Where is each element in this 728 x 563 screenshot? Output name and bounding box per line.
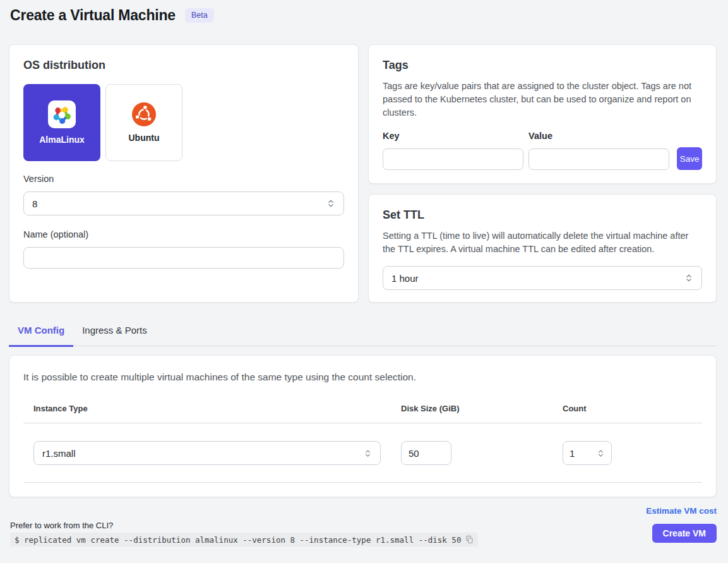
instance-table-row: r1.small 1 — [23, 423, 702, 483]
version-label: Version — [23, 174, 344, 184]
almalinux-icon — [48, 100, 76, 128]
tags-form-row: Key Value Save — [383, 131, 702, 170]
ttl-select-value: 1 hour — [391, 273, 419, 284]
os-option-label: Ubuntu — [129, 133, 160, 143]
create-vm-button[interactable]: Create VM — [652, 524, 717, 543]
tag-value-label: Value — [528, 131, 669, 141]
col-count: Count — [563, 404, 702, 413]
vm-config-description: It is possible to create multiple virtua… — [23, 372, 702, 383]
chevron-updown-icon — [364, 449, 372, 457]
instance-type-select[interactable]: r1.small — [33, 441, 381, 465]
tag-value-input[interactable] — [528, 148, 669, 170]
save-tag-button[interactable]: Save — [677, 147, 702, 170]
version-select[interactable]: 8 — [23, 191, 344, 215]
os-distribution-card: OS distribution AlmaLinux — [9, 44, 359, 303]
os-card-title: OS distribution — [23, 59, 344, 72]
beta-badge: Beta — [185, 8, 214, 23]
ubuntu-icon — [132, 102, 156, 126]
count-value: 1 — [570, 448, 575, 459]
disk-size-input[interactable] — [401, 441, 451, 465]
copy-icon[interactable] — [465, 535, 474, 544]
os-options: AlmaLinux Ubuntu — [23, 84, 344, 161]
os-option-label: AlmaLinux — [39, 135, 85, 145]
tab-vm-config[interactable]: VM Config — [9, 320, 73, 347]
tags-card-title: Tags — [383, 59, 702, 72]
cli-command-box: $ replicated vm create --distribution al… — [10, 533, 478, 547]
tags-card: Tags Tags are key/value pairs that are a… — [368, 44, 717, 184]
page-title: Create a Virtual Machine — [10, 7, 176, 24]
page-header: Create a Virtual Machine Beta — [10, 7, 214, 24]
estimate-vm-cost-link[interactable]: Estimate VM cost — [646, 506, 717, 516]
tag-key-label: Key — [383, 131, 523, 141]
os-option-almalinux[interactable]: AlmaLinux — [23, 84, 100, 161]
instance-type-value: r1.small — [42, 448, 76, 459]
ttl-card-title: Set TTL — [383, 209, 702, 222]
version-select-value: 8 — [32, 198, 37, 209]
os-option-ubuntu[interactable]: Ubuntu — [105, 84, 182, 161]
ttl-card-description: Setting a TTL (time to live) will automa… — [383, 229, 702, 256]
col-instance-type: Instance Type — [23, 404, 391, 413]
count-stepper[interactable]: 1 — [563, 441, 612, 465]
chevron-updown-icon — [684, 274, 693, 282]
ttl-card: Set TTL Setting a TTL (time to live) wil… — [368, 194, 717, 303]
vm-name-input[interactable] — [23, 247, 344, 269]
instance-table-header: Instance Type Disk Size (GiB) Count — [23, 404, 702, 423]
tab-bar: VM Config Ingress & Ports — [9, 320, 717, 346]
tags-card-description: Tags are key/value pairs that are assign… — [383, 80, 702, 119]
col-disk-size: Disk Size (GiB) — [391, 404, 563, 413]
cli-command-text: $ replicated vm create --distribution al… — [15, 535, 461, 545]
tag-key-input[interactable] — [383, 148, 523, 170]
chevron-updown-icon — [597, 449, 605, 457]
chevron-updown-icon — [326, 199, 335, 208]
tab-ingress-ports[interactable]: Ingress & Ports — [73, 320, 156, 347]
vm-config-card: It is possible to create multiple virtua… — [9, 355, 717, 497]
vm-name-label: Name (optional) — [23, 229, 344, 239]
cli-prompt-label: Prefer to work from the CLI? — [10, 521, 113, 530]
ttl-select[interactable]: 1 hour — [383, 266, 702, 290]
